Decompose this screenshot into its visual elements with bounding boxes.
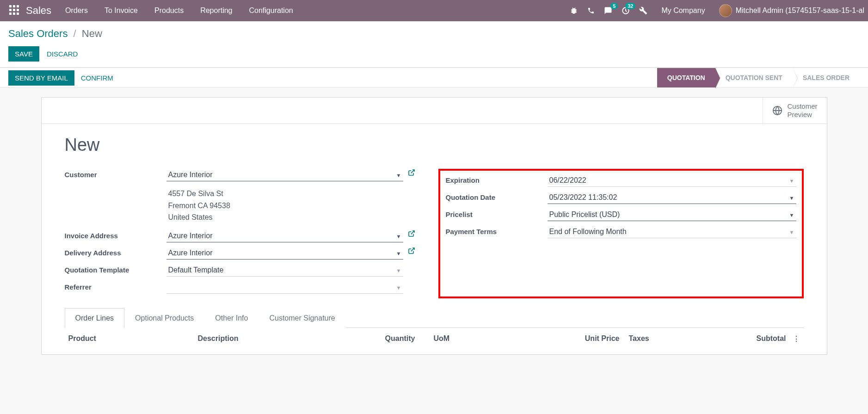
status-bar: SEND BY EMAIL CONFIRM QUOTATION QUOTATIO… bbox=[0, 68, 868, 88]
invoice-address-label: Invoice Address bbox=[65, 230, 166, 240]
breadcrumb: Sales Orders / New bbox=[8, 28, 860, 40]
discard-button[interactable]: DISCARD bbox=[45, 46, 80, 62]
tab-optional-products[interactable]: Optional Products bbox=[124, 308, 204, 328]
col-uom: UoM bbox=[415, 334, 499, 343]
apps-icon[interactable] bbox=[9, 5, 20, 16]
breadcrumb-current: New bbox=[82, 28, 102, 39]
nav-products[interactable]: Products bbox=[154, 6, 184, 15]
control-panel: Sales Orders / New SAVE DISCARD bbox=[0, 21, 868, 68]
payment-terms-label: Payment Terms bbox=[446, 226, 548, 235]
stage-quotation[interactable]: QUOTATION bbox=[657, 68, 715, 87]
payment-terms-field[interactable] bbox=[548, 226, 796, 238]
address-line3: United States bbox=[168, 211, 401, 223]
pricelist-label: Pricelist bbox=[446, 209, 548, 218]
user-menu[interactable]: Mitchell Admin (15745157-saas-15-1-al bbox=[719, 4, 864, 17]
company-selector[interactable]: My Company bbox=[661, 6, 705, 15]
col-quantity: Quantity bbox=[346, 334, 415, 343]
tab-customer-signature[interactable]: Customer Signature bbox=[259, 308, 345, 328]
stat-line1: Customer bbox=[787, 102, 817, 111]
phone-icon[interactable] bbox=[587, 7, 595, 14]
tab-order-lines[interactable]: Order Lines bbox=[65, 308, 125, 328]
kebab-icon[interactable]: ⋮ bbox=[786, 334, 800, 343]
col-subtotal: Subtotal bbox=[712, 334, 786, 343]
stage-sales-order[interactable]: SALES ORDER bbox=[793, 68, 860, 87]
breadcrumb-root[interactable]: Sales Orders bbox=[8, 28, 68, 39]
customer-label: Customer bbox=[65, 169, 166, 179]
nav-reporting[interactable]: Reporting bbox=[200, 6, 232, 15]
invoice-address-field[interactable] bbox=[166, 230, 403, 242]
delivery-address-label: Delivery Address bbox=[65, 247, 166, 257]
form-left-column: Customer ▼ 4557 De Silva St bbox=[65, 169, 415, 298]
expiration-label: Expiration bbox=[446, 174, 548, 184]
tools-icon[interactable] bbox=[639, 6, 647, 15]
send-by-email-button[interactable]: SEND BY EMAIL bbox=[8, 70, 74, 86]
external-link-icon[interactable] bbox=[408, 169, 415, 176]
col-taxes: Taxes bbox=[620, 334, 712, 343]
quotation-template-label: Quotation Template bbox=[65, 264, 166, 274]
external-link-icon[interactable] bbox=[408, 247, 415, 254]
customer-field[interactable] bbox=[166, 169, 403, 181]
activity-badge: 32 bbox=[625, 3, 635, 9]
referrer-label: Referrer bbox=[65, 281, 166, 291]
pricelist-field[interactable] bbox=[548, 209, 796, 221]
confirm-button[interactable]: CONFIRM bbox=[79, 70, 115, 86]
nav-to-invoice[interactable]: To Invoice bbox=[105, 6, 138, 15]
tab-other-info[interactable]: Other Info bbox=[204, 308, 259, 328]
top-navbar: Sales Orders To Invoice Products Reporti… bbox=[0, 0, 868, 21]
col-product: Product bbox=[68, 334, 198, 343]
notebook-tabs: Order Lines Optional Products Other Info… bbox=[65, 308, 804, 328]
stat-line2: Preview bbox=[787, 111, 817, 119]
external-link-icon[interactable] bbox=[408, 230, 415, 237]
form-title: New bbox=[65, 135, 804, 155]
col-unit-price: Unit Price bbox=[560, 334, 620, 343]
username: Mitchell Admin (15745157-saas-15-1-al bbox=[736, 6, 864, 15]
bug-icon[interactable] bbox=[570, 6, 578, 15]
quotation-date-field[interactable] bbox=[548, 192, 796, 204]
save-button[interactable]: SAVE bbox=[8, 46, 39, 62]
quotation-date-label: Quotation Date bbox=[446, 192, 548, 201]
avatar bbox=[719, 4, 732, 17]
delivery-address-field[interactable] bbox=[166, 247, 403, 260]
stage-tracker: QUOTATION QUOTATION SENT SALES ORDER bbox=[657, 68, 860, 87]
address-line2: Fremont CA 94538 bbox=[168, 200, 401, 212]
customer-preview-button[interactable]: Customer Preview bbox=[763, 98, 826, 124]
quotation-template-field[interactable] bbox=[166, 264, 403, 277]
activity-icon[interactable]: 32 bbox=[622, 6, 630, 15]
stage-quotation-sent[interactable]: QUOTATION SENT bbox=[715, 68, 793, 87]
col-description: Description bbox=[198, 334, 346, 343]
app-brand[interactable]: Sales bbox=[26, 5, 51, 17]
address-line1: 4557 De Silva St bbox=[168, 188, 401, 200]
referrer-field[interactable] bbox=[166, 281, 403, 294]
messages-badge: 5 bbox=[610, 3, 618, 9]
expiration-field[interactable] bbox=[548, 174, 796, 187]
globe-icon bbox=[772, 105, 782, 116]
form-sheet: Customer Preview New Customer ▼ bbox=[41, 97, 827, 355]
nav-links: Orders To Invoice Products Reporting Con… bbox=[65, 6, 293, 15]
messages-icon[interactable]: 5 bbox=[604, 6, 612, 15]
order-lines-header: Product Description Quantity UoM Unit Pr… bbox=[65, 328, 804, 345]
form-right-column-highlighted: Expiration ▼ Quotation Date ▼ bbox=[438, 169, 804, 298]
nav-orders[interactable]: Orders bbox=[65, 6, 88, 15]
navbar-right: 5 32 My Company Mitchell Admin (15745157… bbox=[570, 4, 864, 17]
nav-configuration[interactable]: Configuration bbox=[249, 6, 293, 15]
